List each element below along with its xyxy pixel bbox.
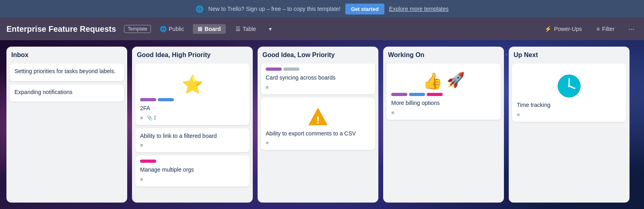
card-meta: ≡	[140, 142, 245, 148]
description-icon: ≡	[517, 112, 520, 118]
list-good-idea-high: Good Idea, High Priority ⭐ 2FA ≡ 📎 2 Abi…	[132, 47, 253, 203]
card-meta: ≡	[517, 112, 621, 118]
list-title-working-on: Working On	[386, 51, 501, 60]
card-title: Setting priorities for tasks beyond labe…	[14, 68, 119, 76]
table-view-label: Table	[243, 26, 256, 32]
card-title: Ability to link to a filtered board	[140, 132, 245, 140]
card-title: Ability to export comments to a CSV	[266, 130, 370, 138]
header-right: ⚡ Power-Ups ≡ Filter ···	[541, 23, 638, 35]
label-purple	[391, 93, 407, 96]
star-emoji: ⭐	[182, 74, 204, 95]
label-pink	[427, 93, 443, 96]
label-blue	[158, 98, 174, 101]
globe-icon: 🌐	[196, 5, 204, 13]
public-button[interactable]: 🌐 Public	[156, 24, 188, 34]
table-view-button[interactable]: ☰ Table	[231, 24, 261, 34]
board-view-label: Board	[204, 26, 221, 32]
card-2fa[interactable]: ⭐ 2FA ≡ 📎 2	[135, 64, 250, 125]
clock-icon	[557, 74, 581, 98]
description-icon: ≡	[140, 115, 143, 121]
warning-icon: !	[308, 107, 328, 127]
card-labels	[140, 160, 245, 163]
card-labels	[140, 98, 245, 101]
thumbs-up-emoji: 👍	[423, 72, 443, 90]
label-gray	[283, 68, 299, 71]
paperclip-icon: 📎	[147, 115, 153, 121]
filter-icon: ≡	[597, 26, 600, 32]
explore-templates-link[interactable]: Explore more templates	[389, 6, 449, 12]
views-chevron-icon[interactable]: ▾	[266, 24, 275, 34]
top-banner: 🌐 New to Trello? Sign up – free – to cop…	[0, 0, 644, 18]
rocket-emoji: 🚀	[447, 72, 465, 90]
card-more-billing[interactable]: 👍 🚀 More billing options ≡	[386, 64, 501, 120]
public-label: Public	[169, 26, 184, 32]
label-pink	[140, 160, 156, 163]
card-time-tracking[interactable]: Time tracking ≡	[512, 64, 626, 122]
card-meta: ≡ 📎 2	[140, 115, 245, 121]
card-expanding-notifications[interactable]: Expanding notifications	[10, 84, 124, 102]
card-meta: ≡	[140, 176, 245, 182]
description-icon: ≡	[140, 142, 143, 148]
get-started-button[interactable]: Get started	[345, 4, 384, 14]
list-up-next: Up Next Time tracking ≡	[509, 47, 630, 203]
description-icon: ≡	[140, 176, 143, 182]
board-icon: ⊞	[198, 26, 202, 32]
list-title-good-idea-low: Good Idea, Low Priority	[261, 51, 375, 60]
power-ups-button[interactable]: ⚡ Power-Ups	[541, 24, 586, 34]
list-inbox: Inbox Setting priorities for tasks beyon…	[6, 47, 127, 203]
description-icon: ≡	[266, 84, 269, 90]
list-title-up-next: Up Next	[512, 51, 626, 60]
svg-text:!: !	[316, 115, 320, 125]
card-title: Manage multiple orgs	[140, 166, 245, 174]
card-title: Card syncing across boards	[266, 74, 370, 82]
description-icon: ≡	[391, 110, 394, 116]
description-icon: ≡	[266, 140, 269, 146]
card-setting-priorities[interactable]: Setting priorities for tasks beyond labe…	[10, 64, 124, 81]
card-manage-orgs[interactable]: Manage multiple orgs ≡	[135, 156, 250, 186]
card-meta: ≡	[266, 84, 370, 90]
card-star-image: ⭐	[140, 68, 245, 98]
card-title: Time tracking	[517, 101, 621, 109]
power-ups-icon: ⚡	[545, 26, 551, 32]
attachment-count: 📎 2	[147, 115, 157, 121]
board-title: Enterprise Feature Requests	[6, 25, 116, 34]
list-title-good-idea-high: Good Idea, High Priority	[135, 51, 250, 60]
card-labels	[266, 68, 370, 71]
template-badge-button[interactable]: Template	[124, 25, 151, 33]
card-title: 2FA	[140, 104, 245, 113]
filter-button[interactable]: ≡ Filter	[592, 24, 619, 34]
table-icon: ☰	[235, 26, 241, 32]
banner-message: New to Trello? Sign up – free – to copy …	[208, 6, 341, 12]
filter-label: Filter	[602, 26, 615, 32]
card-labels	[391, 93, 496, 96]
label-blue	[409, 93, 425, 96]
public-icon: 🌐	[160, 26, 167, 32]
card-export-comments[interactable]: ! Ability to export comments to a CSV ≡	[261, 98, 375, 150]
more-options-button[interactable]: ···	[625, 23, 638, 35]
card-title: More billing options	[391, 99, 496, 107]
label-purple	[266, 68, 282, 71]
card-clock-image	[517, 68, 621, 101]
list-working-on: Working On 👍 🚀 More billing options ≡	[383, 47, 504, 203]
card-meta: ≡	[391, 110, 496, 116]
warning-image-area: !	[266, 102, 370, 130]
label-purple	[140, 98, 156, 101]
list-title-inbox: Inbox	[10, 51, 124, 60]
card-card-syncing[interactable]: Card syncing across boards ≡	[261, 64, 375, 94]
card-title: Expanding notifications	[14, 88, 119, 96]
power-ups-label: Power-Ups	[554, 26, 582, 32]
list-good-idea-low: Good Idea, Low Priority Card syncing acr…	[258, 47, 378, 203]
card-meta: ≡	[266, 140, 370, 146]
card-filtered-board[interactable]: Ability to link to a filtered board ≡	[135, 128, 250, 153]
board-view-button[interactable]: ⊞ Board	[193, 24, 225, 34]
card-emoji-area: 👍 🚀	[391, 68, 496, 93]
board-area: Inbox Setting priorities for tasks beyon…	[0, 40, 644, 209]
header-bar: Enterprise Feature Requests Template 🌐 P…	[0, 18, 644, 40]
